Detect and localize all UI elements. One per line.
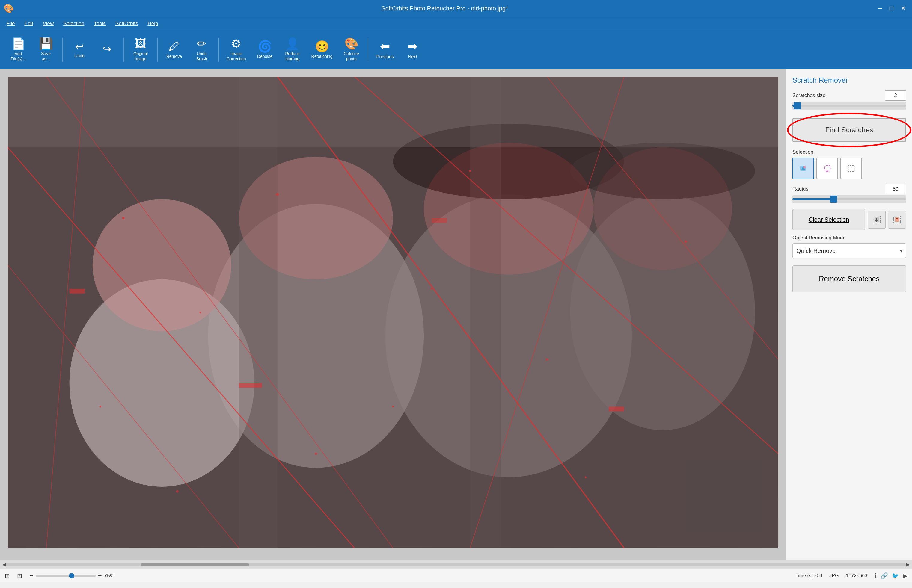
next-label: Next <box>408 54 417 59</box>
share-icon[interactable]: 🔗 <box>881 572 888 579</box>
save-as-label: Saveas... <box>41 51 51 61</box>
remove-scratches-button[interactable]: Remove Scratches <box>792 265 906 292</box>
right-panel: Scratch Remover Scratches size 2 Find Sc… <box>786 69 912 560</box>
colorize-photo-button[interactable]: 🎨 Colorizephoto <box>338 36 365 64</box>
rect-select-icon <box>846 163 856 173</box>
status-bar: ⊞ ⊡ − + 75% Time (s): 0.0 JPG 1172×663 ℹ… <box>0 569 912 582</box>
image-correction-button[interactable]: ⚙ ImageCorrection <box>222 36 251 64</box>
scratches-size-row: Scratches size 2 <box>792 90 906 101</box>
remove-label: Remove <box>167 54 182 59</box>
h-scroll-thumb[interactable] <box>141 563 249 566</box>
menu-view[interactable]: View <box>39 19 58 29</box>
save-selection-button[interactable] <box>868 211 886 229</box>
fit-view-icon[interactable]: ⊞ <box>5 572 10 579</box>
radius-value[interactable]: 50 <box>885 184 906 194</box>
selection-lasso-button[interactable] <box>817 158 838 179</box>
menu-selection[interactable]: Selection <box>59 19 89 29</box>
remove-button[interactable]: 🖊 Remove <box>161 38 188 61</box>
menu-file[interactable]: File <box>2 19 19 29</box>
undo-brush-icon: ✏ <box>197 38 207 49</box>
info-icon[interactable]: ℹ <box>875 572 877 579</box>
zoom-out-button[interactable]: − <box>29 572 33 580</box>
maximize-button[interactable]: □ <box>887 5 896 12</box>
colorize-photo-label: Colorizephoto <box>344 51 359 61</box>
toolbar-separator-3 <box>157 38 158 62</box>
radius-label: Radius <box>792 186 808 192</box>
image-correction-label: ImageCorrection <box>226 51 246 61</box>
denoise-button[interactable]: 🌀 Denoise <box>251 38 278 61</box>
h-scroll-track[interactable] <box>6 563 906 566</box>
undo-icon: ↩ <box>75 41 84 52</box>
selection-rect-button[interactable] <box>840 158 862 179</box>
zoom-in-button[interactable]: + <box>98 572 102 580</box>
minimize-button[interactable]: ─ <box>875 5 885 12</box>
undo-brush-label: UndoBrush <box>196 51 207 61</box>
title-bar-controls[interactable]: ─ □ ✕ <box>875 5 909 12</box>
reduce-blurring-icon: 👤 <box>285 38 299 49</box>
status-right: Time (s): 0.0 JPG 1172×663 ℹ 🔗 🐦 ▶ <box>796 572 907 579</box>
original-image-button[interactable]: 🖼 OriginalImage <box>127 36 154 64</box>
scratches-size-thumb[interactable] <box>794 102 801 109</box>
radius-slider[interactable] <box>792 195 906 203</box>
zoom-level: 75% <box>104 573 119 579</box>
undo-label: Undo <box>74 53 84 58</box>
radius-thumb[interactable] <box>830 195 837 203</box>
add-files-button[interactable]: 📄 AddFile(s)... <box>5 36 32 64</box>
menu-bar: File Edit View Selection Tools SoftOrbit… <box>0 17 912 30</box>
scratches-size-track <box>792 105 906 107</box>
find-scratches-button[interactable]: Find Scratches <box>792 118 906 142</box>
undo-brush-button[interactable]: ✏ UndoBrush <box>188 36 215 64</box>
play-icon[interactable]: ▶ <box>903 572 907 579</box>
svg-rect-42 <box>8 77 778 548</box>
zoom-slider-thumb[interactable] <box>69 573 74 578</box>
svg-point-44 <box>803 166 805 168</box>
radius-section: Radius 50 <box>792 184 906 204</box>
svg-rect-46 <box>848 165 854 171</box>
app-title: SoftOrbits Photo Retoucher Pro - old-pho… <box>14 5 875 12</box>
object-removing-mode-row: Object Removing Mode <box>792 235 906 241</box>
action-row: Clear Selection <box>792 209 906 230</box>
save-as-icon: 💾 <box>39 38 53 49</box>
scroll-right-icon[interactable]: ▶ <box>906 562 910 567</box>
undo-button[interactable]: ↩ Undo <box>66 39 93 60</box>
menu-tools[interactable]: Tools <box>90 19 110 29</box>
twitter-icon[interactable]: 🐦 <box>892 572 899 579</box>
next-button[interactable]: ➡ Next <box>399 38 426 61</box>
selection-tools <box>792 158 906 179</box>
denoise-label: Denoise <box>257 54 272 59</box>
retouching-button[interactable]: 😊 Retouching <box>307 38 338 61</box>
redo-button[interactable]: ↪ <box>94 41 120 58</box>
app-logo-icon: 🎨 <box>3 3 14 13</box>
menu-edit[interactable]: Edit <box>20 19 37 29</box>
load-selection-icon <box>893 215 902 224</box>
scroll-left-icon[interactable]: ◀ <box>2 562 6 567</box>
menu-help[interactable]: Help <box>143 19 162 29</box>
menu-softorbits[interactable]: SoftOrbits <box>111 19 142 29</box>
clear-selection-button[interactable]: Clear Selection <box>792 209 865 230</box>
h-scrollbar[interactable]: ◀ ▶ <box>0 560 912 569</box>
scratches-size-slider[interactable] <box>792 102 906 110</box>
toolbar-separator-1 <box>62 38 63 62</box>
toolbar-separator-5 <box>368 38 368 62</box>
redo-icon: ↪ <box>103 44 111 54</box>
previous-button[interactable]: ⬅ Previous <box>371 38 398 61</box>
retouching-label: Retouching <box>311 54 333 59</box>
radius-track <box>792 198 906 200</box>
previous-icon: ⬅ <box>380 40 390 52</box>
scratches-size-value[interactable]: 2 <box>885 90 906 101</box>
pencil-icon <box>799 163 808 173</box>
reduce-blurring-button[interactable]: 👤 Reduceblurring <box>279 36 306 64</box>
load-selection-button[interactable] <box>888 211 906 229</box>
lasso-icon <box>822 163 832 173</box>
photo-canvas <box>8 77 778 548</box>
selection-pencil-button[interactable] <box>792 158 814 179</box>
actual-size-icon[interactable]: ⊡ <box>17 572 22 579</box>
zoom-controls[interactable]: − + 75% <box>29 572 119 580</box>
original-image-icon: 🖼 <box>135 38 146 49</box>
zoom-slider-track[interactable] <box>36 575 95 577</box>
quick-remove-dropdown[interactable]: Quick Remove Inpainting Smart Fill <box>792 243 906 258</box>
close-button[interactable]: ✕ <box>898 5 909 12</box>
save-as-button[interactable]: 💾 Saveas... <box>32 36 59 64</box>
canvas-area[interactable] <box>0 69 786 560</box>
title-bar: 🎨 SoftOrbits Photo Retoucher Pro - old-p… <box>0 0 912 17</box>
